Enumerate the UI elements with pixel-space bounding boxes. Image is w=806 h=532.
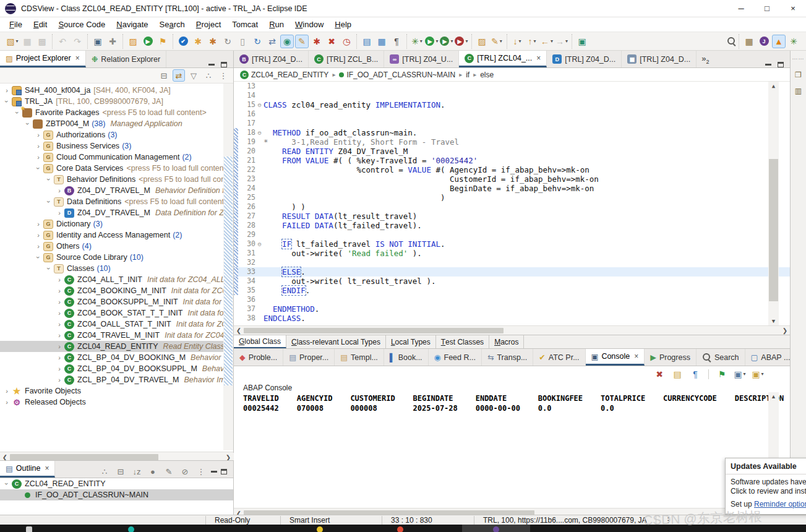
expanded-arrow-icon[interactable]: › xyxy=(45,264,53,273)
data-preview-icon[interactable]: ▤ xyxy=(360,35,374,48)
new-artifact-icon[interactable]: ✱ xyxy=(191,35,205,48)
minimize-editor-icon[interactable] xyxy=(765,64,771,66)
collapse-arrow-icon[interactable]: › xyxy=(2,398,11,406)
menu-tomcat[interactable]: Tomcat xyxy=(226,18,264,31)
collapse-arrow-icon[interactable]: › xyxy=(55,187,64,194)
editor-tab-5[interactable]: D[TRL] Z04_D... xyxy=(547,51,622,67)
open-perspective-icon[interactable]: ▦ xyxy=(742,35,756,48)
hide-non-public-members-icon[interactable]: ● xyxy=(147,465,159,478)
tree-item-behavior-definitions[interactable]: ›TBehavior Definitions<press F5 to load … xyxy=(0,174,233,185)
display-console-icon[interactable]: ▣▾ xyxy=(733,367,747,381)
view-tab-console[interactable]: ▣Console× xyxy=(586,349,645,366)
tree-item-core-data-services[interactable]: ›GCore Data Services<press F5 to load fu… xyxy=(0,163,233,174)
view-tab-proble[interactable]: ◆Proble... xyxy=(234,349,283,366)
run-history-icon[interactable]: ▶▾ xyxy=(440,35,453,48)
window-maximize-button[interactable]: □ xyxy=(754,0,780,17)
close-tab-icon[interactable]: × xyxy=(536,54,541,62)
collapse-arrow-icon[interactable]: › xyxy=(55,365,64,372)
tree-item-authorizations[interactable]: ›GAuthorizations(3) xyxy=(0,129,233,140)
filter-icon[interactable]: ▽ xyxy=(187,69,200,82)
refresh-icon[interactable]: ↻ xyxy=(221,35,234,48)
tree-item-trl-ja[interactable]: ›TRL_JA[TRL, 100, CB9980007679, JA] xyxy=(0,96,233,107)
collapse-arrow-icon[interactable]: › xyxy=(55,332,64,339)
collapse-arrow-icon[interactable]: › xyxy=(55,309,64,317)
fold-marker-icon[interactable]: ⊖ xyxy=(255,239,264,249)
collapse-arrow-icon[interactable]: › xyxy=(55,343,64,350)
view-tab-book[interactable]: ▌Book... xyxy=(384,349,429,366)
tree-item-source-code-library[interactable]: ›GSource Code Library(10) xyxy=(0,252,233,263)
view-tab-search[interactable]: Search xyxy=(697,349,745,366)
run-console-app-icon[interactable]: ◉ xyxy=(280,35,294,48)
link-hierarchy-icon[interactable]: ⇄ xyxy=(265,35,279,48)
editor-tab-1[interactable]: B[TRL] Z04_D... xyxy=(234,51,309,67)
tree-item-s4h-400-kf004-ja[interactable]: ›S4H_400_kf004_ja[S4H, 400, KF004, JA] xyxy=(0,85,233,96)
outline-customize-icon[interactable]: ∴ xyxy=(98,465,111,478)
save-all-icon[interactable]: ▩ xyxy=(35,35,49,48)
tree-item-zc04-book-stat-t-t-init[interactable]: ›CZC04_BOOK_STAT_T_T_INITInit data for Z… xyxy=(0,307,233,319)
section-tab-global-class[interactable]: Global Class xyxy=(234,335,286,348)
transport-flag-icon[interactable]: ⚑ xyxy=(156,35,169,48)
tree-item-favorite-packages[interactable]: ›Favorite Packages<press F5 to load full… xyxy=(0,107,233,118)
view-tab-abap[interactable]: ▢ABAP ... xyxy=(745,349,797,366)
next-annotation-icon[interactable]: ↓▾ xyxy=(510,35,524,48)
tree-vertical-scrollbar[interactable] xyxy=(223,84,233,450)
outline-sort-icon[interactable]: ↓z xyxy=(131,465,143,478)
tree-item-zc04-travel-m-init[interactable]: ›CZC04_TRAVEL_M_INITInit data for ZC04_T… xyxy=(0,330,233,341)
new-artifact-group-icon[interactable]: ✱ xyxy=(206,35,220,48)
section-tab-test-classes[interactable]: Test Classes xyxy=(436,335,489,348)
window-minimize-button[interactable]: ─ xyxy=(728,0,754,17)
section-tab-class-relevant-local-types[interactable]: Class-relevant Local Types xyxy=(286,335,386,348)
tree-item-business-services[interactable]: ›GBusiness Services(3) xyxy=(0,140,233,152)
menu-search[interactable]: Search xyxy=(154,18,191,31)
scroll-left-icon[interactable]: ❮ xyxy=(234,327,244,334)
taskbar-app-3-icon[interactable] xyxy=(397,526,403,532)
maximize-editor-icon[interactable] xyxy=(778,62,784,67)
scroll-right-icon[interactable]: ❯ xyxy=(780,327,790,334)
collapse-arrow-icon[interactable]: › xyxy=(55,376,64,384)
view-tab-atc-pr[interactable]: ✔ATC Pr... xyxy=(533,349,585,366)
open-console-icon[interactable]: ▣▾ xyxy=(751,367,765,381)
collapse-arrow-icon[interactable]: › xyxy=(55,209,64,217)
unit-tests-schedule-icon[interactable]: ◷ xyxy=(340,35,353,48)
update-object-icon[interactable]: ↻ xyxy=(251,35,264,48)
undo-icon[interactable]: ↶ xyxy=(56,35,69,48)
show-whitespace-icon[interactable]: ¶ xyxy=(390,35,403,48)
coverage-icon[interactable]: ▶▾ xyxy=(455,35,468,48)
section-tab-local-types[interactable]: Local Types xyxy=(386,335,436,348)
redo-icon[interactable]: ↷ xyxy=(71,35,84,48)
fold-marker-icon[interactable]: ⊖ xyxy=(255,128,264,137)
tree-item-data-definitions[interactable]: ›TData Definitions<press F5 to load full… xyxy=(0,196,233,207)
menu-navigate[interactable]: Navigate xyxy=(111,18,153,31)
outline-item-zcl04-read-entity[interactable]: ›CZCL04_READ_ENTITY xyxy=(0,478,233,489)
collapse-arrow-icon[interactable]: › xyxy=(55,298,64,306)
tree-scrollbar-thumb[interactable] xyxy=(224,157,233,385)
tree-item-z04-dv-travel-m[interactable]: ›DZ04_DV_TRAVEL_MData Definition for Z04… xyxy=(0,207,233,218)
collapse-all-icon[interactable]: ⊟ xyxy=(158,69,170,82)
scroll-lock-icon[interactable]: ▤ xyxy=(671,367,684,381)
menu-project[interactable]: Project xyxy=(191,18,226,31)
maximize-view-icon[interactable] xyxy=(221,469,227,474)
menu-edit[interactable]: Edit xyxy=(28,18,53,31)
menu-window[interactable]: Window xyxy=(289,18,329,31)
tree-item-classes[interactable]: ›TClasses(10) xyxy=(0,263,233,274)
menu-file[interactable]: File xyxy=(4,18,28,31)
clear-console-icon[interactable]: ✖ xyxy=(653,367,666,381)
view-tab-transp[interactable]: ⇆Transp... xyxy=(482,349,533,366)
expanded-arrow-icon[interactable]: › xyxy=(3,479,11,488)
expanded-arrow-icon[interactable]: › xyxy=(45,175,53,184)
pin-editor-icon[interactable]: ▣ xyxy=(575,35,589,48)
prev-annotation-icon[interactable]: ↑▾ xyxy=(525,35,539,48)
collapse-arrow-icon[interactable]: › xyxy=(34,153,43,161)
view-tab-feed-r[interactable]: ◉Feed R... xyxy=(429,349,482,366)
run-icon[interactable]: ▶▾ xyxy=(425,35,439,48)
close-tab-icon[interactable]: × xyxy=(634,352,638,361)
tree-item-zc04-booking-m-init[interactable]: ›CZC04_BOOKING_M_INITInit data for ZC04_… xyxy=(0,285,233,296)
editor-tab-3[interactable]: ∞[TRL] Z04_U... xyxy=(384,51,459,67)
back-icon[interactable]: ←▾ xyxy=(540,35,554,48)
breadcrumb-segment-zcl04-read-entity[interactable]: ZCL04_READ_ENTITY xyxy=(251,71,328,79)
tree-item-zcl-bp-04-dv-booksuppl-m[interactable]: ›CZCL_BP_04_DV_BOOKSUPPL_MBehavior Imple… xyxy=(0,363,233,374)
debug-icon[interactable]: ✳▾ xyxy=(410,35,424,48)
editor-scrollbar-thumb[interactable] xyxy=(769,159,778,301)
minimize-view-icon[interactable] xyxy=(211,471,217,473)
collapse-arrow-icon[interactable]: › xyxy=(2,87,11,94)
